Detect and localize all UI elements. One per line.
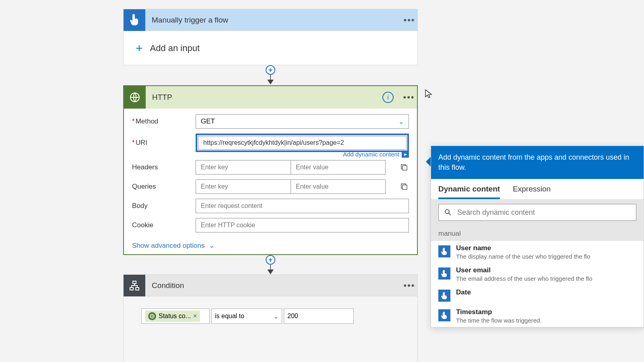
queries-label: Queries: [132, 183, 196, 191]
method-select[interactable]: GET ⌄: [196, 114, 409, 129]
search-icon: [444, 209, 452, 216]
add-input-button[interactable]: + Add an input: [124, 31, 417, 66]
dc-item-desc: The email address of the user who trigge…: [456, 275, 592, 282]
trigger-header[interactable]: Manually trigger a flow •••: [124, 9, 417, 31]
svg-line-10: [449, 213, 451, 215]
status-token-label: Status co...: [159, 313, 191, 320]
dynamic-content-search-input[interactable]: [457, 208, 630, 217]
manual-trigger-icon: [124, 9, 145, 31]
cookie-label: Cookie: [132, 221, 196, 229]
manual-trigger-icon: [438, 309, 450, 321]
condition-card: Condition ••• Status co... × is equal to…: [123, 274, 418, 362]
condition-value-input[interactable]: [287, 313, 350, 320]
info-button[interactable]: i: [382, 92, 394, 103]
manual-trigger-icon: [438, 267, 450, 280]
dc-item-name: Date: [456, 288, 471, 296]
tab-expression[interactable]: Expression: [513, 185, 551, 199]
svg-point-9: [445, 210, 449, 214]
dynamic-content-group-label: manual: [431, 226, 644, 241]
cookie-input[interactable]: [196, 218, 409, 232]
add-input-label: Add an input: [150, 43, 200, 53]
dc-item-date[interactable]: Date: [431, 285, 644, 305]
condition-left-operand[interactable]: Status co... ×: [141, 309, 210, 324]
chevron-down-icon: ⌄: [273, 313, 279, 320]
queries-value-input[interactable]: [291, 179, 386, 194]
http-menu-button[interactable]: •••: [401, 92, 417, 103]
arrow-down-icon: [267, 269, 274, 274]
trigger-menu-button[interactable]: •••: [401, 15, 417, 25]
condition-operator-select[interactable]: is equal to ⌄: [211, 309, 282, 324]
headers-label: Headers: [132, 163, 196, 171]
uri-input[interactable]: [198, 136, 407, 150]
condition-header[interactable]: Condition •••: [124, 275, 417, 296]
trigger-title: Manually trigger a flow: [152, 16, 401, 25]
dc-item-name: User email: [456, 266, 592, 274]
dc-item-user-email[interactable]: User email The email address of the user…: [431, 263, 644, 285]
headers-value-input[interactable]: [291, 160, 386, 175]
condition-right-operand[interactable]: [284, 309, 354, 324]
manual-trigger-icon: [438, 245, 450, 257]
svg-rect-2: [402, 166, 407, 170]
manual-trigger-icon: [438, 290, 450, 302]
method-value: GET: [201, 117, 215, 125]
uri-label: *URI: [132, 139, 196, 147]
uri-input-focus-ring: [196, 134, 409, 152]
svg-rect-6: [130, 288, 133, 290]
arrow-down-icon: [267, 80, 274, 84]
plus-icon: +: [136, 41, 143, 55]
method-label: *Method: [132, 117, 196, 125]
condition-branch-icon: [124, 275, 145, 296]
svg-rect-4: [402, 185, 407, 189]
svg-rect-7: [136, 288, 139, 290]
condition-title: Condition: [152, 281, 401, 290]
trigger-card: Manually trigger a flow ••• + Add an inp…: [123, 9, 418, 65]
add-dynamic-content-link[interactable]: Add dynamic content ▸: [343, 150, 409, 158]
insert-step-button[interactable]: +: [266, 65, 275, 75]
dynamic-content-header: Add dynamic content from the apps and co…: [431, 146, 644, 179]
headers-key-input[interactable]: [196, 160, 291, 175]
dc-item-desc: The time the flow was triggered.: [456, 317, 542, 324]
body-label: Body: [132, 202, 196, 210]
condition-menu-button[interactable]: •••: [401, 280, 417, 291]
http-title: HTTP: [152, 93, 382, 102]
dc-item-name: Timestamp: [456, 308, 542, 316]
dynamic-content-panel: Add dynamic content from the apps and co…: [431, 146, 644, 327]
insert-step-button-2[interactable]: +: [266, 255, 275, 265]
show-advanced-options-link[interactable]: Show advanced options ⌄: [132, 241, 215, 250]
http-globe-icon: [124, 86, 146, 109]
headers-copy-icon[interactable]: [400, 163, 408, 171]
dc-item-user-name[interactable]: User name The display name of the user w…: [431, 241, 644, 263]
svg-rect-5: [133, 281, 136, 284]
chevron-down-icon: ⌄: [398, 118, 404, 125]
chevron-down-icon: ⌄: [209, 241, 215, 250]
dynamic-content-search[interactable]: [438, 204, 636, 221]
queries-copy-icon[interactable]: [400, 183, 408, 191]
remove-token-button[interactable]: ×: [193, 313, 197, 320]
dynamic-content-badge-icon: ▸: [402, 150, 409, 158]
http-header[interactable]: HTTP i •••: [124, 86, 417, 109]
mouse-cursor-icon: [425, 89, 432, 99]
dc-item-desc: The display name of the user who trigger…: [456, 253, 590, 260]
dc-item-name: User name: [456, 244, 590, 252]
status-token-icon: [148, 312, 156, 320]
dc-item-timestamp[interactable]: Timestamp The time the flow was triggere…: [431, 305, 644, 327]
queries-key-input[interactable]: [196, 179, 291, 194]
http-card: HTTP i ••• *Method GET ⌄ *URI: [123, 85, 418, 255]
body-input[interactable]: [196, 199, 409, 213]
tab-dynamic-content[interactable]: Dynamic content: [438, 185, 500, 199]
